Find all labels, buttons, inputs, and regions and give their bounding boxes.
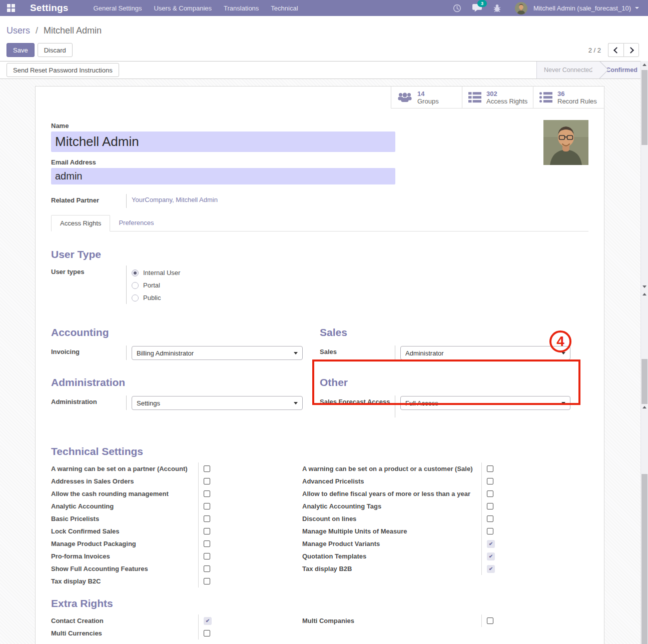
app-title[interactable]: Settings [30, 2, 69, 14]
groups-count: 14 [417, 90, 439, 98]
setting-row: Tax display B2B✔ [302, 562, 588, 575]
accounting-sales-row: Accounting Invoicing Billing Administrat… [51, 326, 588, 360]
checkbox-basic-pricelists[interactable] [204, 516, 210, 522]
groups-stat-button[interactable]: 14 Groups [391, 86, 462, 108]
checkbox-multi-companies[interactable] [487, 618, 493, 624]
tab-preferences[interactable]: Preferences [110, 215, 162, 232]
debug-bug-icon[interactable] [488, 2, 506, 14]
setting-row: Show Full Accounting Features [51, 562, 302, 575]
checkbox-analytic-accounting[interactable] [204, 503, 210, 510]
administration-heading: Administration [51, 376, 303, 388]
related-partner-link[interactable]: YourCompany, Mitchell Admin [132, 194, 218, 204]
access-rights-label: Access Rights [486, 98, 527, 105]
checkbox-show-full-accounting-features[interactable] [204, 566, 210, 572]
scroll-up-arrow-icon[interactable] [642, 293, 646, 296]
vertical-scrollbar[interactable] [640, 61, 648, 644]
checkbox-allow-the-cash-rounding-management[interactable] [204, 490, 210, 497]
messages-icon[interactable]: 3 [468, 2, 486, 14]
status-never-connected[interactable]: Never Connected [537, 62, 599, 78]
sales-select[interactable]: Administrator [400, 346, 570, 360]
nav-menu-technical[interactable]: Technical [266, 1, 303, 16]
checkbox-a-warning-can-be-set-on-a-product-or-a-customer-sale[interactable] [487, 466, 493, 472]
nav-menu-general-settings[interactable]: General Settings [89, 1, 147, 16]
invoicing-select[interactable]: Billing Administrator [132, 346, 303, 360]
save-button[interactable]: Save [7, 43, 35, 57]
groups-label: Groups [417, 98, 439, 105]
accounting-section: Accounting Invoicing Billing Administrat… [51, 326, 320, 360]
setting-label: Tax display B2B [302, 565, 481, 572]
scrollbar-thumb[interactable] [641, 474, 647, 644]
checkbox-multi-currencies[interactable] [204, 630, 210, 636]
pager-next-button[interactable] [623, 43, 639, 57]
scroll-up-arrow-icon[interactable] [642, 64, 646, 66]
setting-label: Tax display B2C [51, 578, 198, 585]
setting-row: Manage Product Packaging [51, 538, 302, 550]
radio-button[interactable] [132, 294, 139, 302]
radio-button[interactable] [132, 270, 139, 276]
chevron-right-icon [627, 47, 634, 54]
other-access-section: Other Sales Forecast Access Full Access [320, 376, 588, 418]
setting-row: Basic Pricelists [51, 512, 302, 525]
name-input[interactable]: Mitchell Admin [51, 132, 395, 152]
checkbox-addresses-in-sales-orders[interactable] [204, 478, 210, 484]
radio-public[interactable]: Public [132, 292, 180, 304]
email-input[interactable]: admin [51, 168, 395, 184]
setting-label: Allow the cash rounding management [51, 490, 198, 498]
user-photo [543, 120, 588, 165]
checkbox-cell [481, 525, 588, 538]
user-avatar[interactable] [515, 2, 527, 14]
checkbox-a-warning-can-be-set-on-a-partner-account[interactable] [204, 466, 210, 472]
checkbox-manage-multiple-units-of-measure[interactable] [487, 528, 493, 534]
scroll-up-arrow-icon[interactable] [642, 406, 646, 408]
sales-heading: Sales [320, 326, 570, 338]
checkbox-tax-display-b2c[interactable] [204, 578, 210, 584]
activities-clock-icon[interactable] [448, 2, 466, 14]
checkbox-allow-to-define-fiscal-years-of-more-or-less-than-a-year[interactable] [487, 490, 493, 497]
breadcrumb-users-link[interactable]: Users [7, 26, 30, 36]
radio-label: Internal User [143, 269, 180, 276]
nav-menu-users-companies[interactable]: Users & Companies [149, 1, 217, 16]
administration-select[interactable]: Settings [132, 396, 303, 410]
checkbox-manage-product-variants[interactable]: ✔ [487, 540, 495, 548]
checkbox-contact-creation[interactable]: ✔ [204, 617, 212, 625]
radio-internal-user[interactable]: Internal User [132, 266, 180, 279]
send-reset-password-button[interactable]: Send Reset Password Instructions [7, 63, 119, 77]
checkbox-discount-on-lines[interactable] [487, 516, 493, 522]
checkbox-advanced-pricelists[interactable] [487, 478, 493, 484]
list-ul-icon [539, 92, 552, 103]
nav-menu-translations[interactable]: Translations [219, 1, 264, 16]
checkbox-quotation-templates[interactable]: ✔ [487, 552, 495, 560]
access-rights-stat-button[interactable]: 302 Access Rights [462, 86, 533, 108]
form-view-area: 14 Groups 302 Access Rights 36 Record [0, 79, 648, 644]
setting-label: Show Full Accounting Features [51, 565, 198, 572]
checkbox-cell [481, 614, 588, 627]
setting-label: Manage Product Variants [302, 540, 481, 548]
checkbox-cell [481, 512, 588, 525]
field-separator [395, 396, 395, 418]
checkbox-pro-forma-invoices[interactable] [204, 553, 210, 560]
scrollbar-thumb[interactable] [641, 359, 647, 404]
setting-row: Analytic Accounting Tags [302, 500, 588, 512]
radio-button[interactable] [132, 282, 139, 289]
scrollbar-thumb[interactable] [641, 70, 647, 145]
radio-portal[interactable]: Portal [132, 279, 180, 292]
pager-previous-button[interactable] [608, 43, 623, 57]
checkbox-cell [198, 462, 302, 475]
checkbox-manage-product-packaging[interactable] [204, 540, 210, 547]
scroll-down-arrow-icon[interactable] [642, 286, 646, 288]
sales-forecast-access-select[interactable]: Full Access [400, 396, 570, 410]
control-panel-buttons: Save Discard 2 / 2 [7, 43, 640, 57]
tab-access-rights[interactable]: Access Rights [51, 215, 110, 232]
nav-menu-bar: General SettingsUsers & CompaniesTransla… [89, 1, 303, 16]
field-separator [126, 266, 127, 304]
checkbox-tax-display-b2b[interactable]: ✔ [487, 565, 495, 573]
invoicing-select-value: Billing Administrator [137, 350, 294, 357]
checkbox-cell [198, 550, 302, 562]
apps-grid-icon[interactable] [7, 4, 15, 12]
checkbox-analytic-accounting-tags[interactable] [487, 503, 493, 510]
discard-button[interactable]: Discard [38, 43, 73, 57]
record-rules-stat-button[interactable]: 36 Record Rules [533, 86, 604, 108]
user-menu[interactable]: Mitchell Admin (sale_forecast_10) [533, 4, 642, 12]
checkbox-lock-confirmed-sales[interactable] [204, 528, 210, 534]
checkbox-cell [198, 488, 302, 500]
